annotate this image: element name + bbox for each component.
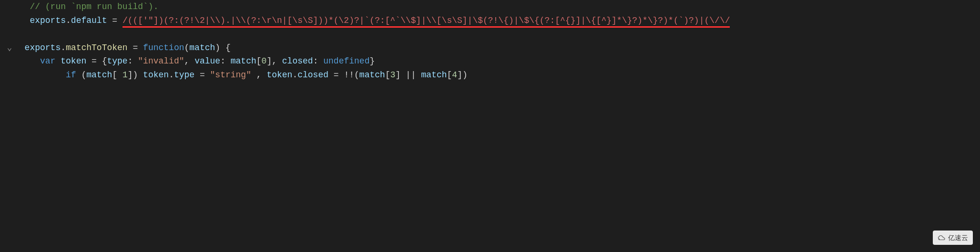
- bracket-open: [: [447, 70, 452, 80]
- string-literal: "invalid": [138, 56, 184, 66]
- equals-operator: =: [128, 43, 143, 52]
- dot: .: [61, 43, 66, 52]
- colon: :: [220, 56, 231, 66]
- method-name: matchToToken: [66, 43, 128, 52]
- closed-property: closed: [297, 70, 328, 80]
- default-property: default: [71, 16, 107, 25]
- indent: [14, 54, 40, 68]
- paren-close: ): [133, 70, 143, 80]
- bracket-close: ]: [457, 70, 462, 80]
- number-literal: 1: [122, 70, 128, 80]
- watermark-text: 亿速云: [948, 232, 968, 243]
- code-content: exports.matchToToken = function(match) {: [25, 41, 231, 55]
- comment-text: // (run `npm run build`).: [30, 0, 158, 14]
- dot: .: [169, 70, 174, 80]
- exports-identifier: exports: [25, 43, 61, 52]
- double-bang: !!: [344, 70, 354, 80]
- match-variable: match: [231, 56, 256, 66]
- paren-open: (: [184, 43, 190, 52]
- bracket-open: [: [112, 70, 122, 80]
- type-property: type: [174, 70, 194, 80]
- parameter: match: [189, 43, 215, 52]
- function-keyword: function: [143, 43, 184, 52]
- equals: =: [92, 56, 102, 66]
- var-keyword: var: [40, 56, 55, 66]
- token-variable: token: [55, 56, 92, 66]
- comma-spacer: ,: [251, 70, 266, 80]
- brace-close: }: [369, 56, 375, 66]
- regex-literal: /((['"])(?:(?!\2|\\).|\\(?:\r\n|[\s\S]))…: [122, 16, 730, 28]
- if-keyword: if: [66, 70, 76, 80]
- code-line-2[interactable]: exports.default = /((['"])(?:(?!\2|\\).|…: [5, 14, 975, 28]
- bracket-close: ]: [396, 70, 401, 80]
- indent: [14, 14, 30, 28]
- code-line-3[interactable]: ⌄ exports.matchToToken = function(match)…: [5, 41, 975, 55]
- paren-open: (: [76, 70, 87, 80]
- comma: ,: [272, 56, 282, 66]
- code-line-1[interactable]: // (run `npm run build`).: [5, 0, 975, 14]
- brace-open: {: [220, 43, 231, 52]
- bracket-open: [: [385, 70, 390, 80]
- indent: [14, 41, 25, 55]
- code-line-5[interactable]: if (match[ 1]) token.type = "string" , t…: [5, 68, 975, 82]
- code-editor[interactable]: // (run `npm run build`). exports.defaul…: [0, 0, 980, 82]
- string-literal: "string": [210, 70, 251, 80]
- blank-line: [5, 28, 975, 41]
- exports-identifier: exports: [30, 16, 66, 25]
- colon: :: [313, 56, 324, 66]
- comma: ,: [184, 56, 195, 66]
- number-literal: 0: [262, 56, 267, 66]
- paren-close: ): [215, 43, 220, 52]
- number-literal: 3: [390, 70, 396, 80]
- brace-open: {: [102, 56, 107, 66]
- watermark-badge: 亿速云: [933, 231, 973, 245]
- undefined-keyword: undefined: [323, 56, 369, 66]
- indent: [14, 0, 30, 14]
- colon: :: [128, 56, 138, 66]
- fold-toggle-icon[interactable]: ⌄: [5, 41, 14, 55]
- paren-open: (: [354, 70, 359, 80]
- dot: .: [66, 16, 71, 25]
- equals: =: [328, 70, 344, 80]
- code-content: if (match[ 1]) token.type = "string" , t…: [66, 68, 468, 82]
- or-operator: ||: [400, 70, 421, 80]
- bracket-close: ]: [266, 56, 272, 66]
- bracket-close: ]: [128, 70, 133, 80]
- bracket-open: [: [256, 56, 262, 66]
- indent: [14, 68, 66, 82]
- paren-close: ): [462, 70, 468, 80]
- cloud-icon: [938, 235, 946, 241]
- code-content: exports.default = /((['"])(?:(?!\2|\\).|…: [30, 14, 730, 28]
- type-key: type: [107, 56, 127, 66]
- match-variable: match: [421, 70, 447, 80]
- equals: =: [194, 70, 210, 80]
- code-line-4[interactable]: var token = {type: "invalid", value: mat…: [5, 54, 975, 68]
- code-content: var token = {type: "invalid", value: mat…: [40, 54, 375, 68]
- number-literal: 4: [452, 70, 457, 80]
- equals-operator: =: [107, 16, 122, 25]
- closed-key: closed: [282, 56, 313, 66]
- match-variable: match: [86, 70, 112, 80]
- value-key: value: [194, 56, 220, 66]
- token-variable: token: [143, 70, 169, 80]
- dot: .: [292, 70, 297, 80]
- match-variable: match: [359, 70, 385, 80]
- token-variable: token: [266, 70, 292, 80]
